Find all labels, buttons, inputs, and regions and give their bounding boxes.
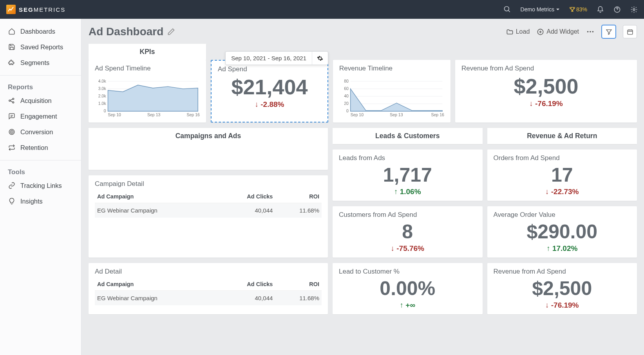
metric-delta: ↓ -75.76% bbox=[339, 244, 476, 253]
chat-icon bbox=[8, 112, 16, 120]
search-icon[interactable] bbox=[503, 5, 511, 13]
home-icon bbox=[8, 27, 16, 35]
load-button[interactable]: Load bbox=[506, 28, 530, 36]
filter-button[interactable] bbox=[602, 25, 616, 38]
calendar-icon bbox=[627, 29, 633, 35]
metric-delta: ↓ -2.88% bbox=[218, 100, 321, 109]
card-lead-to-customer[interactable]: Lead to Customer % 0.00% ↑ +∞ bbox=[333, 263, 483, 314]
sidebar-item-engagement[interactable]: Engagement bbox=[0, 108, 81, 124]
card-revenue-from-ad-spend[interactable]: Revenue from Ad Spend $2,500 ↓ -76.19% bbox=[455, 60, 637, 123]
date-range-gear-icon[interactable] bbox=[312, 52, 328, 65]
target-icon bbox=[8, 128, 16, 136]
add-widget-button[interactable]: Add Widget bbox=[537, 28, 579, 36]
divider bbox=[0, 160, 81, 160]
svg-point-17 bbox=[587, 31, 589, 32]
svg-line-7 bbox=[10, 99, 13, 100]
bulb-icon bbox=[8, 197, 16, 205]
more-menu[interactable] bbox=[586, 27, 595, 36]
date-range-popover: Sep 10, 2021 - Sep 16, 2021 bbox=[225, 51, 328, 65]
help-icon[interactable] bbox=[613, 6, 621, 13]
link-icon bbox=[8, 182, 16, 189]
metric-delta: ↓ -76.19% bbox=[494, 301, 631, 310]
metric-value: 8 bbox=[339, 221, 476, 243]
metric-value: $2,500 bbox=[461, 75, 631, 98]
sidebar-item-segments[interactable]: Segments bbox=[0, 55, 81, 70]
svg-text:20: 20 bbox=[344, 101, 349, 106]
edit-title-icon[interactable] bbox=[167, 28, 175, 36]
sidebar-item-dashboards[interactable]: Dashboards bbox=[0, 23, 81, 39]
card-ad-detail[interactable]: Ad Detail Ad Campaign Ad Clicks ROI EG W… bbox=[89, 263, 328, 314]
metric-delta: ↑ +∞ bbox=[339, 301, 476, 310]
card-title: Ad Spend Timeline bbox=[95, 65, 200, 72]
svg-text:40: 40 bbox=[344, 94, 349, 98]
sidebar-item-label: Dashboards bbox=[20, 28, 55, 35]
col-header[interactable]: Ad Clicks bbox=[217, 278, 275, 291]
kpis-label-card: KPIs bbox=[89, 44, 206, 60]
card-title: Revenue from Ad Spend bbox=[494, 268, 631, 276]
sidebar-item-retention[interactable]: Retention bbox=[0, 140, 81, 155]
card-revenue-from-ad-spend-2[interactable]: Revenue from Ad Spend $2,500 ↓ -76.19% bbox=[487, 263, 637, 314]
sidebar-item-tracking-links[interactable]: Tracking Links bbox=[0, 178, 81, 193]
share-icon bbox=[8, 97, 16, 105]
svg-point-3 bbox=[633, 9, 635, 11]
svg-text:60: 60 bbox=[344, 86, 349, 91]
metric-value: 17 bbox=[494, 164, 631, 186]
sidebar: Dashboards Saved Reports Segments Report… bbox=[0, 19, 81, 355]
svg-point-19 bbox=[592, 31, 594, 32]
col-header[interactable]: Ad Campaign bbox=[95, 190, 217, 203]
metric-delta: ↑ 17.02% bbox=[494, 244, 631, 253]
sidebar-item-label: Engagement bbox=[20, 113, 57, 120]
card-aov[interactable]: Average Order Value $290.00 ↑ 17.02% bbox=[487, 206, 637, 258]
sidebar-item-insights[interactable]: Insights bbox=[0, 193, 81, 209]
card-title: Customers from Ad Spend bbox=[339, 211, 476, 219]
svg-line-8 bbox=[10, 101, 13, 102]
card-orders-from-ad-spend[interactable]: Orders from Ad Spend 17 ↓ -22.73% bbox=[487, 150, 637, 201]
svg-text:Sep 16: Sep 16 bbox=[431, 112, 444, 117]
bell-icon[interactable] bbox=[597, 6, 604, 13]
metric-value: $2,500 bbox=[494, 278, 631, 299]
svg-text:Sep 10: Sep 10 bbox=[108, 112, 121, 117]
account-menu[interactable]: Demo Metrics bbox=[521, 6, 560, 13]
dots-icon bbox=[586, 27, 595, 36]
card-title: Leads from Ads bbox=[339, 154, 476, 162]
sidebar-item-saved-reports[interactable]: Saved Reports bbox=[0, 39, 81, 55]
section-header-leads: Leads & Customers bbox=[333, 128, 483, 144]
sidebar-item-label: Segments bbox=[20, 59, 49, 67]
gear-icon[interactable] bbox=[630, 6, 638, 13]
card-title: Lead to Customer % bbox=[339, 268, 476, 276]
table-row[interactable]: EG Webinar Campaign 40,044 11.68% bbox=[95, 203, 322, 218]
kpis-label: KPIs bbox=[89, 44, 206, 60]
card-leads-from-ads[interactable]: Leads from Ads 1,717 ↑ 1.06% bbox=[333, 150, 483, 201]
trophy-badge[interactable]: 83% bbox=[569, 6, 587, 13]
card-ad-spend-timeline[interactable]: Ad Spend Timeline 4.0k 3.0k 2.0k 1.0k 0 … bbox=[89, 60, 206, 123]
card-revenue-timeline[interactable]: Revenue Timeline 80 60 40 20 0 Sep 10 Se… bbox=[333, 60, 450, 123]
card-campaign-detail[interactable]: Campaign Detail Ad Campaign Ad Clicks RO… bbox=[89, 175, 328, 258]
col-header[interactable]: Ad Clicks bbox=[217, 190, 275, 203]
svg-text:80: 80 bbox=[344, 79, 349, 83]
sidebar-item-label: Insights bbox=[20, 198, 43, 205]
card-title: Revenue Timeline bbox=[339, 65, 444, 72]
svg-point-13 bbox=[11, 132, 12, 132]
sidebar-item-conversion[interactable]: Conversion bbox=[0, 124, 81, 140]
metric-value: $21,404 bbox=[218, 76, 321, 99]
calendar-button[interactable] bbox=[623, 25, 637, 38]
card-customers-from-ad-spend[interactable]: Customers from Ad Spend 8 ↓ -75.76% bbox=[333, 206, 483, 258]
table-row[interactable]: EG Webinar Campaign 40,044 11.68% bbox=[95, 291, 322, 306]
sidebar-item-label: Retention bbox=[20, 144, 48, 151]
card-title: Orders from Ad Spend bbox=[494, 154, 631, 162]
card-title: Campaign Detail bbox=[95, 180, 322, 188]
section-header-revret: Revenue & Ad Return bbox=[487, 128, 637, 144]
svg-text:Sep 13: Sep 13 bbox=[390, 112, 403, 117]
card-ad-spend[interactable]: Sep 10, 2021 - Sep 16, 2021 Ad Spend $21… bbox=[211, 60, 328, 123]
svg-text:Sep 10: Sep 10 bbox=[351, 112, 364, 117]
col-header[interactable]: ROI bbox=[275, 190, 322, 203]
sidebar-item-label: Conversion bbox=[20, 128, 53, 136]
card-title: Average Order Value bbox=[494, 211, 631, 219]
col-header[interactable]: ROI bbox=[275, 278, 322, 291]
col-header[interactable]: Ad Campaign bbox=[95, 278, 217, 291]
sidebar-item-acquisition[interactable]: Acquisition bbox=[0, 93, 81, 108]
date-range-text[interactable]: Sep 10, 2021 - Sep 16, 2021 bbox=[226, 52, 312, 65]
sidebar-item-label: Acquisition bbox=[20, 97, 52, 105]
logo[interactable]: SEGMETRICS bbox=[6, 5, 65, 14]
svg-text:0: 0 bbox=[346, 108, 349, 113]
